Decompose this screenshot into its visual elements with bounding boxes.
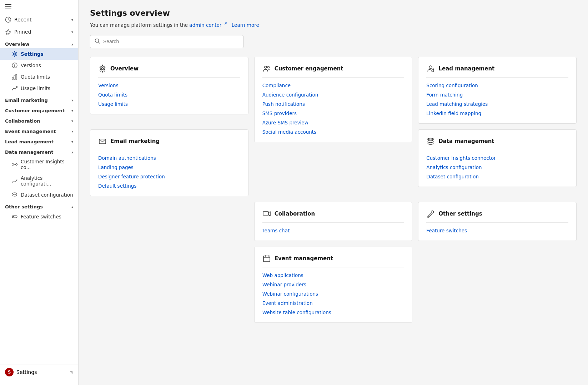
svg-point-9	[16, 164, 17, 166]
sidebar-section-data-management[interactable]: Data management ▴	[0, 146, 78, 156]
sidebar-section-other-settings[interactable]: Other settings ▴	[0, 201, 78, 211]
settings-gear-icon	[11, 51, 18, 57]
sidebar-item-quota-limits[interactable]: Quota limits	[0, 71, 78, 83]
svg-point-16	[101, 68, 104, 70]
link-lead-matching-strategies[interactable]: Lead matching strategies	[426, 101, 568, 107]
collab-icon	[262, 209, 271, 218]
customer-engagement-chevron: ▾	[71, 109, 73, 113]
calendar-icon	[262, 254, 271, 263]
link-scoring-configuration[interactable]: Scoring configuration	[426, 83, 568, 88]
link-domain-authentications[interactable]: Domain authentications	[98, 155, 240, 161]
search-box	[90, 35, 243, 48]
learn-more-link[interactable]: Learn more	[232, 22, 259, 28]
svg-line-30	[428, 216, 429, 217]
link-audience-configuration[interactable]: Audience configuration	[262, 92, 404, 98]
svg-rect-6	[14, 76, 15, 79]
link-analytics-configuration[interactable]: Analytics configuration	[426, 164, 568, 170]
svg-rect-23	[263, 212, 268, 215]
link-dataset-configuration[interactable]: Dataset configuration	[426, 174, 568, 179]
svg-point-3	[14, 64, 15, 65]
analytics-configurati-label: Analytics configurati...	[21, 175, 73, 187]
dataset-icon	[11, 192, 18, 198]
sidebar-section-email-marketing[interactable]: Email marketing ▾	[0, 94, 78, 104]
card-lead-management-title: Lead management	[438, 65, 494, 72]
feature-switches-label: Feature switches	[21, 214, 61, 219]
card-data-management: Data management Customer Insights connec…	[418, 129, 577, 187]
link-social-media-accounts[interactable]: Social media accounts	[262, 129, 404, 135]
trending-icon	[11, 85, 18, 92]
data-management-chevron: ▴	[71, 150, 73, 154]
event-management-chevron: ▾	[71, 129, 73, 133]
link-form-matching[interactable]: Form matching	[426, 92, 568, 98]
link-sms-providers[interactable]: SMS providers	[262, 110, 404, 116]
collaboration-section-label: Collaboration	[5, 118, 40, 124]
svg-point-11	[12, 193, 17, 194]
link-webinar-providers[interactable]: Webinar providers	[262, 282, 404, 287]
sidebar-section-event-management[interactable]: Event management ▾	[0, 125, 78, 135]
sidebar-section-customer-engagement[interactable]: Customer engagement ▾	[0, 104, 78, 115]
svg-rect-7	[16, 74, 17, 79]
sidebar-item-customer-insights[interactable]: Customer Insights co...	[0, 156, 78, 173]
card-event-management: Event management Web applications Webina…	[254, 247, 413, 323]
link-event-administration[interactable]: Event administration	[262, 300, 404, 306]
link-compliance[interactable]: Compliance	[262, 83, 404, 88]
link-quota-limits[interactable]: Quota limits	[98, 92, 240, 98]
sidebar-item-settings[interactable]: Settings	[0, 48, 78, 60]
sidebar-item-versions[interactable]: Versions	[0, 60, 78, 71]
toggle-icon	[11, 213, 18, 220]
sidebar-item-dataset-config[interactable]: Dataset configuration	[0, 189, 78, 201]
info-icon	[11, 62, 18, 69]
sidebar-item-analytics-config[interactable]: Analytics configurati...	[0, 173, 78, 189]
overview-chevron: ▴	[71, 42, 73, 46]
card-email-marketing: Email marketing Domain authentications L…	[90, 129, 248, 196]
svg-point-8	[12, 164, 14, 166]
bottom-settings-label: Settings	[16, 369, 37, 375]
sidebar-bottom-settings[interactable]: S Settings ⇅	[0, 365, 78, 379]
link-linkedin-field-mapping[interactable]: LinkedIn field mapping	[426, 110, 568, 116]
sidebar-item-usage-limits[interactable]: Usage limits	[0, 83, 78, 94]
sidebar-item-feature-switches[interactable]: Feature switches	[0, 211, 78, 222]
sidebar-item-pinned[interactable]: Pinned ▾	[0, 26, 78, 38]
sidebar-item-recent-label: Recent	[14, 17, 69, 23]
search-input[interactable]	[103, 39, 239, 44]
svg-point-1	[14, 53, 16, 55]
link-push-notifications[interactable]: Push notifications	[262, 101, 404, 107]
card-event-management-title: Event management	[275, 255, 333, 262]
link-teams-chat[interactable]: Teams chat	[262, 228, 404, 233]
link-azure-sms-preview[interactable]: Azure SMS preview	[262, 120, 404, 125]
card-other-settings: Other settings Feature switches	[418, 202, 577, 241]
card-customer-engagement: Customer engagement Compliance Audience …	[254, 57, 413, 142]
sidebar-section-collaboration[interactable]: Collaboration ▾	[0, 115, 78, 125]
sidebar-section-overview[interactable]: Overview ▴	[0, 38, 78, 48]
sort-icon: ⇅	[70, 370, 73, 375]
card-overview: Overview Versions Quota limits Usage lim…	[90, 57, 248, 114]
card-email-marketing-title: Email marketing	[110, 138, 160, 144]
analytics-icon	[11, 178, 18, 184]
other-settings-chevron: ▴	[71, 205, 73, 209]
versions-label: Versions	[21, 63, 41, 68]
svg-rect-5	[12, 77, 13, 79]
sidebar-item-pinned-label: Pinned	[14, 29, 69, 35]
dataset-configuration-label: Dataset configuration	[21, 192, 73, 198]
svg-point-19	[429, 66, 432, 69]
link-webinar-configurations[interactable]: Webinar configurations	[262, 291, 404, 297]
link-landing-pages[interactable]: Landing pages	[98, 164, 240, 170]
data-management-section-label: Data management	[5, 149, 53, 155]
link-versions[interactable]: Versions	[98, 83, 240, 88]
sidebar-item-recent[interactable]: Recent ▾	[0, 14, 78, 26]
hamburger-menu-icon[interactable]	[5, 4, 11, 9]
link-default-settings[interactable]: Default settings	[98, 183, 240, 189]
card-customer-engagement-header: Customer engagement	[262, 64, 404, 78]
link-designer-feature-protection[interactable]: Designer feature protection	[98, 174, 240, 179]
link-customer-insights-connector[interactable]: Customer Insights connector	[426, 155, 568, 161]
overview-gear-icon	[98, 64, 107, 73]
card-lead-management-header: Lead management	[426, 64, 568, 78]
sidebar-section-lead-management[interactable]: Lead management ▾	[0, 135, 78, 146]
link-web-applications[interactable]: Web applications	[262, 272, 404, 278]
card-lead-management: Lead management Scoring configuration Fo…	[418, 57, 577, 124]
svg-line-15	[99, 42, 100, 43]
admin-center-link[interactable]: admin center ↗	[189, 22, 228, 28]
link-feature-switches[interactable]: Feature switches	[426, 228, 568, 233]
link-website-table-configurations[interactable]: Website table configurations	[262, 310, 404, 315]
link-usage-limits[interactable]: Usage limits	[98, 101, 240, 107]
